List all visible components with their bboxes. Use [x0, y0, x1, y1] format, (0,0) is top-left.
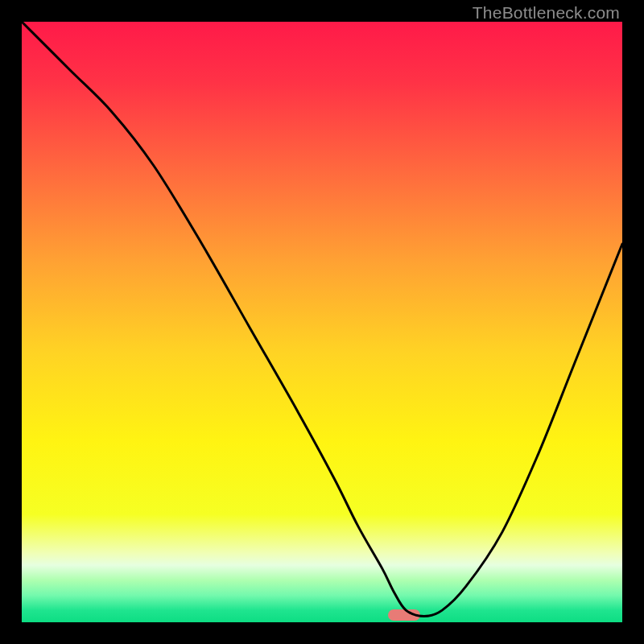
- outer-frame: TheBottleneck.com: [0, 0, 644, 644]
- watermark-text: TheBottleneck.com: [473, 3, 620, 23]
- plot-area: [22, 22, 622, 622]
- bottleneck-curve: [22, 22, 622, 622]
